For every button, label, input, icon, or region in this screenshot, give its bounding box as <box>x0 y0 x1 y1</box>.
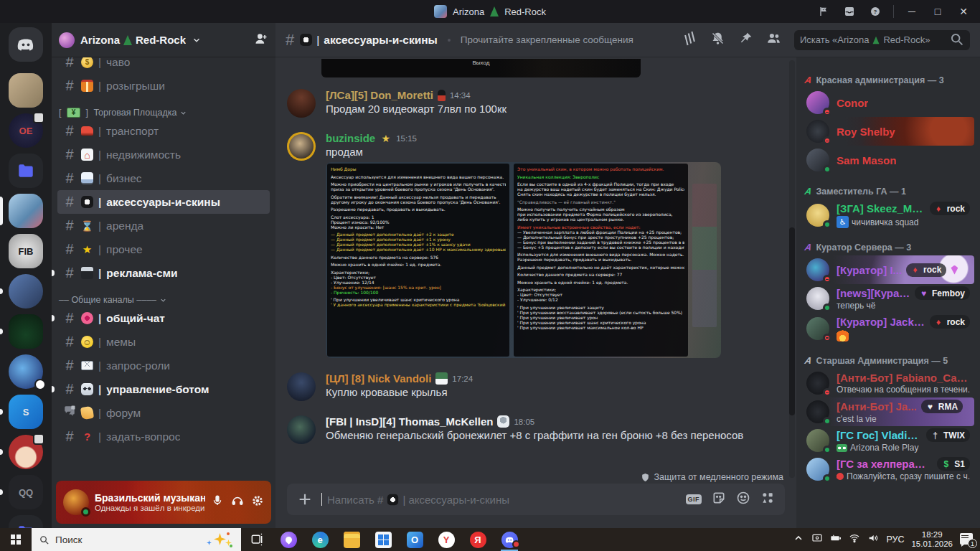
attach-plus-icon[interactable] <box>297 491 313 507</box>
channel-category[interactable]: [ ¥ ] Торговая Площадка <box>57 108 270 118</box>
server-oe[interactable]: OE <box>0 113 52 148</box>
microphone-icon[interactable] <box>211 494 224 510</box>
taskbar-app-store[interactable] <box>367 528 399 551</box>
notifications-muted-icon[interactable] <box>710 31 725 49</box>
chat-message[interactable]: [FBI | InsD][4] Thomas_McKellen18:05Обме… <box>275 413 796 447</box>
tray-wifi-icon[interactable] <box>849 532 860 547</box>
gif-picker-icon[interactable]: GIF <box>686 494 702 504</box>
channel-аренда[interactable]: #⌛|аренда <box>57 214 270 237</box>
settings-gear-icon[interactable] <box>251 494 264 510</box>
search-input[interactable]: Искать «Arizona Red-Rock» <box>794 30 970 50</box>
message-author-name[interactable]: [FBI | InsD][4] Thomas_McKellen <box>326 415 493 428</box>
member-row[interactable]: [ГС за хелперами] ...$S1Пожалуйста, сраз… <box>802 455 974 484</box>
channel-мемы[interactable]: #☺|мемы <box>57 330 270 354</box>
guild-header[interactable]: Arizona Red-Rock <box>52 23 275 57</box>
composer-placeholder[interactable]: Написать # | аксессуары-и-скины <box>321 493 677 506</box>
game-screenshot-attachment[interactable]: Нимб ДорыАксессуар используется для изме… <box>326 162 721 358</box>
taskbar-app-alice[interactable] <box>273 528 304 551</box>
apps-games-icon[interactable] <box>760 491 775 508</box>
chat-message[interactable]: buzinside★15:15продамНимб ДорыАксессуар … <box>275 129 796 361</box>
channel-topic[interactable]: Прочитайте закрепленные сообщения <box>461 34 633 45</box>
member-row[interactable]: [Анти-Бот] Ja...♥RMAc'est la vie <box>802 397 974 426</box>
message-author-avatar[interactable] <box>287 132 316 161</box>
flag-report-icon[interactable] <box>813 3 834 20</box>
server-cs[interactable]: S <box>0 395 52 429</box>
member-row[interactable]: [Анти-Бот] Fabiano_Caru...Отвечаю на соо… <box>802 369 974 397</box>
channel-форум[interactable]: |форум <box>57 401 270 425</box>
close-button[interactable]: ✕ <box>953 2 974 21</box>
server-qq[interactable]: QQ <box>0 475 52 509</box>
previous-image-attachment-cut[interactable]: Выход <box>321 59 641 77</box>
member-row[interactable]: Sam Mason <box>802 146 974 174</box>
start-button[interactable] <box>0 528 32 551</box>
taskbar-app-yandex[interactable]: Я <box>462 528 494 551</box>
tray-chevron-up-icon[interactable] <box>793 532 804 547</box>
tray-cast-icon[interactable] <box>811 532 823 547</box>
maximize-button[interactable]: □ <box>927 2 948 21</box>
message-composer[interactable]: Написать # | аксессуары-и-скины GIF <box>287 484 785 515</box>
server-santa[interactable] <box>0 435 52 469</box>
tray-battery-icon[interactable] <box>830 532 842 547</box>
chat-scrollbar[interactable] <box>789 60 795 478</box>
member-row[interactable]: [Куратор] Jackso...♦rock <box>802 313 974 344</box>
message-author-avatar[interactable] <box>287 415 316 444</box>
tray-volume-icon[interactable] <box>867 532 879 547</box>
channel-общий-чат[interactable]: #|общий-чат <box>57 306 270 330</box>
channel-задать-вопрос[interactable]: #?|задать-вопрос <box>57 425 270 448</box>
chat-message[interactable]: [ЛСа][5] Don_Moretti14:34Продам 20 видео… <box>275 86 796 121</box>
discord-home[interactable] <box>0 27 52 62</box>
channel-реклама-сми[interactable]: #|реклама-сми <box>57 261 270 285</box>
message-author-name[interactable]: [ЛСа][5] Don_Moretti <box>326 89 433 101</box>
user-panel[interactable]: Бразильский музыкант Однажды я зашёл в и… <box>56 481 271 524</box>
minimize-button[interactable]: ─ <box>901 2 923 21</box>
member-row[interactable]: Roy Shelby <box>802 117 974 146</box>
taskbar-search-input[interactable]: Поиск <box>32 528 241 551</box>
threads-icon[interactable] <box>682 31 697 49</box>
channel-category[interactable]: –– Общие каналы –––– <box>57 295 270 305</box>
channel-розыгрыши[interactable]: #|розыгрыши <box>57 74 270 98</box>
message-author-name[interactable]: [ЦЛ] [8] Nick Vandoli <box>326 372 431 385</box>
member-row[interactable]: [Куратор] I...♦rock <box>802 255 974 284</box>
server-wizard[interactable] <box>0 314 52 349</box>
notification-center-icon[interactable]: 1 <box>960 533 976 546</box>
server-fib[interactable]: FIB <box>0 234 52 268</box>
server-orb[interactable] <box>0 354 52 389</box>
server-police[interactable] <box>0 274 52 309</box>
channel-прочее[interactable]: #★|прочее <box>57 237 270 261</box>
channel-запрос-роли[interactable]: #|запрос-роли <box>57 354 270 377</box>
tray-clock[interactable]: 18:29 15.01.2026 <box>911 530 953 549</box>
member-row[interactable]: Conor <box>802 88 974 117</box>
channel-недвижимость[interactable]: #⌂|недвижимость <box>57 143 270 166</box>
taskbar-app-taskview[interactable] <box>241 528 273 551</box>
taskbar-app-discord[interactable] <box>494 528 525 551</box>
emoji-picker-icon[interactable] <box>736 491 750 508</box>
inbox-icon[interactable] <box>839 3 860 20</box>
channel-аксессуары-и-скины[interactable]: #|аксессуары-и-скины <box>57 190 270 214</box>
channel-чаво[interactable]: #$|чаво <box>57 57 270 74</box>
pinned-messages-icon[interactable] <box>738 31 753 49</box>
server-sand[interactable] <box>0 73 52 108</box>
member-list-toggle-icon[interactable] <box>766 31 781 49</box>
keyboard-language[interactable]: РУС <box>886 534 904 545</box>
chat-message[interactable]: [ЦЛ] [8] Nick Vandoli17:24Куплю кровавые… <box>275 369 796 404</box>
folder-servers-1[interactable] <box>0 154 52 188</box>
sticker-picker-icon[interactable] <box>712 491 726 508</box>
channel-управление-ботом[interactable]: #|управление-ботом <box>57 377 270 401</box>
taskbar-app-explorer[interactable] <box>336 528 367 551</box>
member-row[interactable]: [ЗГА] Skeez_Mac...♦rock♿чичивичка squad <box>802 199 974 230</box>
taskbar-app-ybrowser[interactable]: Y <box>430 528 462 551</box>
help-icon[interactable]: ? <box>864 3 886 20</box>
member-row[interactable]: [ГС Гос] Vladisla...†TWIXArizona Role Pl… <box>802 426 974 455</box>
member-row[interactable]: [news][Куратор...♥Femboyтеперь чё <box>802 284 974 313</box>
message-author-avatar[interactable] <box>287 89 316 118</box>
invite-people-icon[interactable] <box>254 32 268 48</box>
taskbar-app-outlook[interactable]: O <box>399 528 430 551</box>
server-winter[interactable] <box>0 194 52 228</box>
folder-servers-2[interactable] <box>0 515 52 528</box>
message-author-name[interactable]: buzinside <box>326 132 375 144</box>
headphones-icon[interactable] <box>231 494 244 510</box>
message-author-avatar[interactable] <box>287 372 316 401</box>
channel-бизнес[interactable]: #|бизнес <box>57 166 270 190</box>
channel-транспорт[interactable]: #|транспорт <box>57 119 270 143</box>
taskbar-app-edge[interactable]: e <box>304 528 336 551</box>
